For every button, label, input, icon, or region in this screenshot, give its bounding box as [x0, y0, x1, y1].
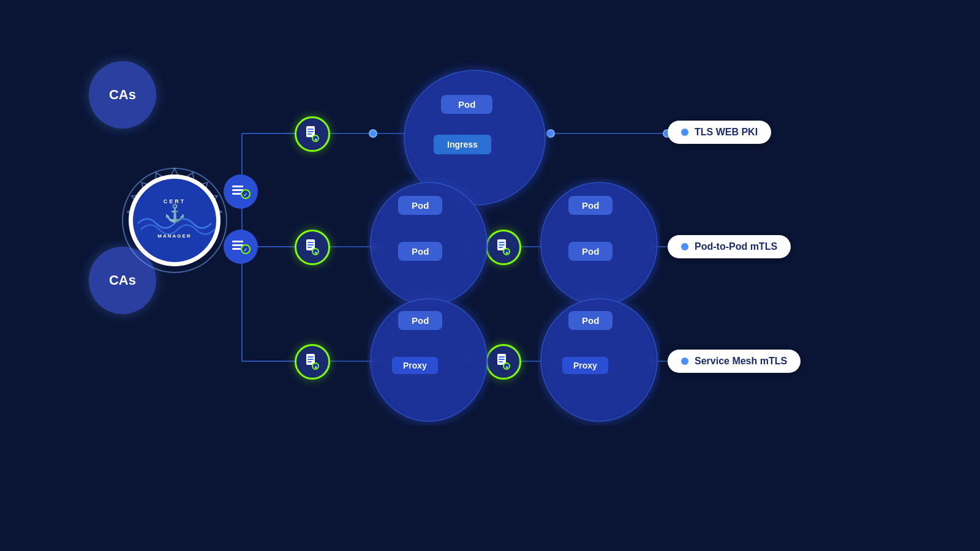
svg-text:MANAGER: MANAGER — [157, 233, 191, 239]
svg-rect-60 — [499, 361, 503, 362]
pod-to-pod-tag: Pod-to-Pod mTLS — [668, 235, 791, 258]
ingress-pod-label: IngressPod — [441, 95, 492, 114]
svg-text:⚓: ⚓ — [164, 203, 186, 223]
cert-manager-logo: ⚓ CERT MANAGER — [119, 165, 227, 272]
right-mesh-cluster: Pod Proxy — [538, 294, 660, 428]
issuer-middle-svg: ✓ — [230, 236, 252, 258]
svg-text:✓: ✓ — [243, 247, 248, 253]
diagram-container: CAs CAs ⚓ CERT MANAGER — [0, 0, 980, 551]
svg-rect-39 — [307, 242, 314, 243]
right-pod-bottom-label: Pod — [568, 242, 612, 261]
cas-top-circle: CAs — [89, 61, 156, 129]
svg-rect-40 — [307, 244, 314, 246]
service-mesh-dot — [681, 358, 688, 365]
issuer-top-icon: ✓ — [224, 174, 258, 209]
svg-rect-46 — [307, 359, 314, 360]
svg-text:CERT: CERT — [164, 198, 186, 204]
ingress-badge: Ingress — [434, 135, 491, 154]
left-mesh-cluster: Pod Proxy — [368, 294, 490, 428]
svg-text:★: ★ — [314, 365, 317, 369]
cert-bottom-svg: ★ — [303, 352, 322, 372]
cert-mid3-svg: ★ — [494, 352, 513, 372]
svg-rect-33 — [307, 129, 314, 130]
svg-rect-52 — [499, 242, 505, 243]
cert-mid3-icon: ★ — [486, 344, 521, 380]
svg-text:✓: ✓ — [243, 192, 248, 198]
cert-bottom-icon: ★ — [295, 344, 330, 380]
cert-middle-svg: ★ — [303, 238, 322, 257]
svg-rect-53 — [499, 244, 505, 246]
connector-dot-1 — [369, 129, 377, 138]
svg-rect-22 — [232, 186, 243, 187]
svg-rect-59 — [499, 359, 505, 360]
svg-rect-47 — [307, 361, 312, 362]
right-pod-top-label: Pod — [568, 196, 612, 215]
cert-top-svg: ★ — [303, 124, 322, 144]
pod-to-pod-dot — [681, 243, 688, 250]
left-pod-cluster: Pod Pod — [368, 178, 490, 312]
issuer-middle-icon: ✓ — [224, 230, 258, 264]
service-mesh-text: Service Mesh mTLS — [695, 356, 787, 367]
svg-rect-41 — [307, 247, 312, 248]
left-proxy-label: Proxy — [392, 357, 438, 374]
svg-text:★: ★ — [314, 138, 317, 141]
tls-web-pki-text: TLS WEB PKI — [695, 127, 758, 138]
svg-rect-29 — [232, 248, 241, 250]
svg-text:★: ★ — [314, 251, 317, 255]
tls-dot — [681, 129, 688, 136]
svg-rect-23 — [232, 189, 243, 191]
left-pod-bottom-label: Pod — [398, 242, 442, 261]
tls-web-pki-tag: TLS WEB PKI — [668, 121, 771, 144]
right-pod-cluster: Pod Pod — [538, 178, 660, 312]
svg-rect-45 — [307, 356, 314, 358]
cas-top-label: CAs — [109, 87, 136, 103]
svg-text:★: ★ — [505, 365, 508, 369]
svg-rect-35 — [307, 133, 312, 135]
pod-to-pod-text: Pod-to-Pod mTLS — [695, 241, 777, 252]
svg-rect-54 — [499, 247, 503, 248]
cert-top-icon: ★ — [295, 116, 330, 152]
cert-mid2-icon: ★ — [486, 230, 521, 265]
right-mesh-pod-label: Pod — [568, 311, 612, 330]
right-proxy-label: Proxy — [562, 357, 608, 374]
left-pod-top-label: Pod — [398, 196, 442, 215]
left-mesh-pod-label: Pod — [398, 311, 442, 330]
cert-mid2-svg: ★ — [494, 238, 513, 257]
svg-rect-24 — [232, 193, 241, 195]
cert-middle-icon: ★ — [295, 230, 330, 265]
svg-text:★: ★ — [505, 251, 508, 255]
svg-rect-58 — [499, 356, 505, 358]
svg-rect-28 — [232, 244, 243, 246]
svg-rect-34 — [307, 131, 314, 132]
svg-rect-27 — [232, 241, 243, 242]
service-mesh-tag: Service Mesh mTLS — [668, 350, 801, 373]
issuer-top-svg: ✓ — [230, 181, 252, 203]
cert-manager-badge-svg: ⚓ CERT MANAGER — [119, 165, 230, 276]
